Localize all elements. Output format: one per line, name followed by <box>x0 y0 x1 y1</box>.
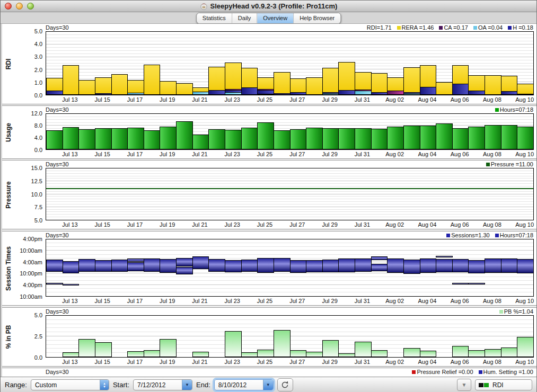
pb-bar <box>322 340 339 357</box>
x-tick-label: Jul 13 <box>62 96 77 103</box>
session-times-y-axis: 4:00pm10:00am4:00am10:00pm4:00pm10:00am <box>16 239 46 297</box>
x-tick-label: Jul 19 <box>160 151 175 157</box>
window-title: SleepyHead v0.9.2-3 (Profile: Pro11cm) <box>1 2 536 10</box>
usage-bar <box>306 128 323 149</box>
rdi-bar-segment-rera <box>257 77 274 90</box>
usage-bar <box>371 129 388 149</box>
y-tick-label: 2.0 <box>34 67 42 73</box>
gridline <box>46 209 533 210</box>
rdi-bar-segment-ca <box>387 91 404 95</box>
rdi-y-axis: 5.04.03.02.01.00.0 <box>16 31 46 95</box>
x-tick-label: Aug 10 <box>515 221 534 228</box>
gridline <box>46 324 533 324</box>
usage-bar <box>338 128 355 149</box>
pb-bar <box>241 352 258 357</box>
gridline <box>46 47 533 48</box>
tab-daily[interactable]: Daily <box>232 13 257 23</box>
rdi-x-axis: Jul 13Jul 15Jul 17Jul 19Jul 21Jul 23Jul … <box>46 95 533 104</box>
session-bar <box>403 260 420 274</box>
gridline <box>46 38 533 38</box>
session-bar <box>338 259 355 272</box>
dropdown-arrow-icon[interactable]: ▼ <box>182 380 192 390</box>
close-window-icon[interactable] <box>5 3 12 10</box>
x-tick-label: Aug 04 <box>418 96 436 103</box>
rdi-bar-segment-rera <box>403 67 420 93</box>
pb-bar <box>257 350 274 357</box>
pb-plot[interactable] <box>46 315 534 358</box>
session-bar <box>241 260 258 272</box>
x-tick-label: Aug 02 <box>385 96 404 103</box>
x-tick-label: Aug 10 <box>515 359 534 365</box>
x-tick-label: Jul 15 <box>95 298 110 304</box>
pb-legend: PB %=1.04 <box>494 308 533 315</box>
pb-bar <box>355 342 372 357</box>
x-tick-label: Jul 29 <box>322 298 337 304</box>
usage-bar <box>127 128 144 149</box>
pressure-plot[interactable] <box>46 168 534 220</box>
dropdown-arrow-icon[interactable]: ▼ <box>263 380 273 390</box>
rdi-bar-segment-rera <box>95 77 112 94</box>
zoom-window-icon[interactable] <box>27 3 34 10</box>
x-tick-label: Jul 29 <box>322 151 337 157</box>
x-tick-label: Jul 13 <box>62 151 77 157</box>
usage-legend: Hours=07:18 <box>490 106 533 113</box>
rdi-bar-segment-rera <box>322 68 339 93</box>
pressure-days-label: Days=30 <box>46 161 69 167</box>
pb-bar <box>160 339 177 357</box>
legend-swatch-icon <box>412 370 416 374</box>
session-bar <box>290 260 306 273</box>
legend-swatch-icon <box>508 26 512 30</box>
pb-bar <box>274 330 290 357</box>
tab-statistics[interactable]: Statistics <box>197 13 232 23</box>
usage-bar <box>78 129 95 149</box>
session-bar <box>468 260 485 273</box>
graph-list-dropdown-button[interactable]: ▼ <box>457 379 471 391</box>
minimize-window-icon[interactable] <box>16 3 23 10</box>
rdi-bar-segment-rera <box>290 78 306 93</box>
gridline <box>46 173 533 174</box>
start-date-select[interactable]: 7/12/2012 ▼ <box>133 379 192 390</box>
session-bar <box>257 258 274 273</box>
session-bar <box>46 260 63 272</box>
graph-select[interactable]: RDI <box>475 379 532 390</box>
x-tick-label: Aug 06 <box>451 298 469 304</box>
refresh-button[interactable] <box>277 378 293 391</box>
range-select[interactable]: Custom ▲ ▼ <box>31 379 109 390</box>
session-bar <box>501 259 517 273</box>
pb-bar <box>95 342 112 357</box>
session-bar <box>274 258 290 272</box>
x-tick-label: Aug 02 <box>385 298 404 304</box>
pb-bar <box>517 337 534 357</box>
rdi-bar-segment-rera <box>501 76 517 92</box>
end-date-select[interactable]: 8/10/2012 ▼ <box>214 379 274 390</box>
x-tick-label: Jul 17 <box>127 221 143 228</box>
gridline <box>46 201 533 202</box>
usage-bar <box>46 130 63 149</box>
pb-bar <box>371 350 388 357</box>
usage-bar <box>208 129 225 149</box>
pb-bar <box>420 351 436 357</box>
usage-plot[interactable] <box>46 113 534 150</box>
tab-help-browser[interactable]: Help Browser <box>294 13 340 23</box>
session-times-plot[interactable] <box>46 239 534 297</box>
gridline <box>46 207 533 207</box>
stepper-down-icon[interactable]: ▼ <box>103 385 106 388</box>
stepper-arrows-icon[interactable]: ▲ ▼ <box>100 380 109 390</box>
x-tick-label: Jul 31 <box>355 221 370 228</box>
tab-overview[interactable]: Overview <box>257 13 294 23</box>
x-tick-label: Aug 08 <box>483 221 501 228</box>
toolbar: Range: Custom ▲ ▼ Start: 7/12/2012 ▼ End… <box>1 377 536 392</box>
rdi-plot[interactable] <box>46 31 534 95</box>
x-tick-label: Jul 31 <box>355 96 370 103</box>
app-window: SleepyHead v0.9.2-3 (Profile: Pro11cm) S… <box>0 0 537 392</box>
legend-swatch-icon <box>495 234 499 237</box>
legend-item: Hours=07:18 <box>495 106 533 113</box>
usage-bar <box>63 127 79 149</box>
x-tick-label: Jul 27 <box>289 359 305 365</box>
gridline <box>46 176 533 176</box>
usage-bar <box>436 123 453 149</box>
rdi-bar-segment-rera <box>225 63 242 90</box>
x-tick-label: Aug 04 <box>418 221 436 228</box>
pb-bar <box>225 331 242 357</box>
x-tick-label: Jul 15 <box>95 151 110 157</box>
